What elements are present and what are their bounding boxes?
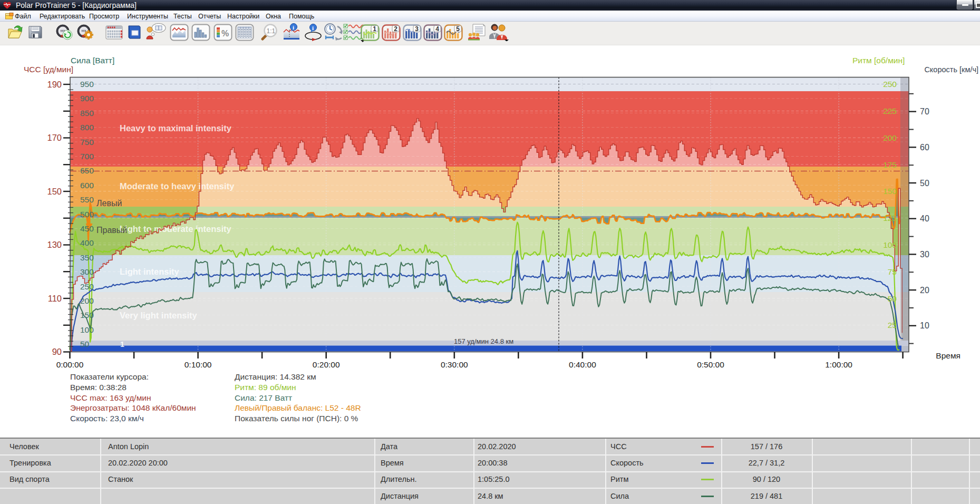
svg-text:Скорость [км/ч]: Скорость [км/ч] [924, 65, 978, 74]
svg-text:650: 650 [80, 166, 94, 175]
svg-text:800: 800 [80, 123, 94, 132]
svg-text:0:50:00: 0:50:00 [697, 360, 724, 369]
svg-text:0:20:00: 0:20:00 [313, 360, 340, 369]
svg-text:450: 450 [80, 224, 94, 233]
svg-text:0:30:00: 0:30:00 [441, 360, 468, 369]
svg-text:40: 40 [920, 214, 929, 223]
svg-text:10: 10 [920, 321, 929, 330]
svg-text:700: 700 [80, 152, 94, 161]
svg-text:Левый: Левый [96, 199, 122, 208]
svg-text:110: 110 [48, 294, 62, 303]
svg-text:0:40:00: 0:40:00 [569, 360, 596, 369]
svg-text:150: 150 [883, 187, 897, 196]
svg-text:850: 850 [80, 109, 94, 118]
svg-text:600: 600 [80, 181, 94, 190]
svg-text:150: 150 [80, 311, 94, 319]
svg-text:0:00:00: 0:00:00 [56, 360, 84, 369]
svg-text:225: 225 [883, 106, 897, 115]
svg-text:400: 400 [80, 238, 94, 247]
svg-text:500: 500 [80, 210, 94, 219]
svg-text:100: 100 [883, 240, 897, 249]
svg-text:200: 200 [883, 133, 897, 142]
svg-text:Heavy to maximal intensity: Heavy to maximal intensity [120, 123, 232, 133]
svg-text:125: 125 [883, 214, 897, 222]
svg-text:25: 25 [888, 321, 897, 329]
svg-text:130: 130 [47, 240, 62, 249]
svg-text:175: 175 [883, 160, 897, 169]
svg-text:950: 950 [80, 80, 94, 89]
svg-text:Время: Время [936, 351, 960, 360]
svg-text:250: 250 [80, 282, 94, 291]
svg-text:350: 350 [80, 253, 94, 262]
svg-text:50: 50 [888, 294, 897, 303]
svg-text:70: 70 [920, 107, 929, 116]
svg-text:157 уд/мин 24.8 км: 157 уд/мин 24.8 км [454, 337, 513, 345]
svg-text:750: 750 [80, 138, 94, 147]
svg-text:550: 550 [80, 195, 94, 204]
svg-text:190: 190 [47, 80, 62, 89]
svg-text:90: 90 [52, 347, 62, 356]
svg-text:75: 75 [888, 267, 897, 276]
svg-text:250: 250 [883, 80, 897, 89]
svg-text:200: 200 [80, 296, 94, 305]
svg-text:300: 300 [80, 267, 94, 276]
svg-text:1:00:00: 1:00:00 [825, 360, 852, 369]
svg-text:50: 50 [80, 340, 90, 348]
svg-text:Сила [Ватт]: Сила [Ватт] [71, 56, 114, 65]
svg-text:170: 170 [47, 133, 62, 142]
svg-text:50: 50 [920, 179, 929, 188]
svg-text:100: 100 [80, 325, 94, 334]
svg-text:60: 60 [920, 143, 929, 152]
svg-text:20: 20 [920, 286, 929, 295]
svg-text:1: 1 [120, 340, 124, 348]
svg-text:30: 30 [920, 250, 929, 259]
svg-text:ЧСС [уд/мин]: ЧСС [уд/мин] [24, 65, 73, 74]
svg-text:Правый: Правый [96, 226, 127, 235]
svg-text:150: 150 [47, 187, 62, 196]
svg-text:900: 900 [80, 94, 94, 103]
svg-text:Ритм [об/мин]: Ритм [об/мин] [852, 56, 905, 65]
svg-text:0:10:00: 0:10:00 [185, 360, 212, 369]
